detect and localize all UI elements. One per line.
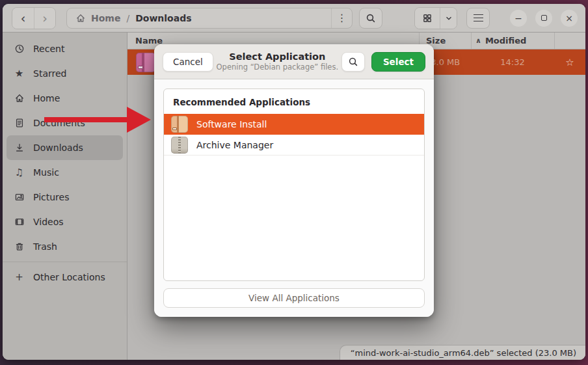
- download-icon: [14, 142, 25, 153]
- document-icon: [14, 118, 25, 128]
- sidebar-item-label: Other Locations: [33, 272, 105, 282]
- search-button[interactable]: [359, 8, 382, 29]
- sidebar-item-trash[interactable]: Trash: [7, 234, 123, 259]
- sidebar-item-pictures[interactable]: Pictures: [7, 185, 123, 210]
- path-menu-button[interactable]: ⋮: [331, 8, 352, 29]
- star-icon: ★: [14, 68, 25, 79]
- search-icon: [366, 13, 376, 23]
- picture-icon: [14, 192, 25, 202]
- status-text: “mind-work-ai-studio_arm64.deb” selected…: [351, 348, 576, 358]
- home-icon: [75, 13, 86, 23]
- sidebar-item-starred[interactable]: ★ Starred: [7, 61, 123, 86]
- sort-ascending-icon: ∧: [475, 36, 481, 45]
- sidebar-item-music[interactable]: ♫ Music: [7, 160, 123, 185]
- maximize-icon: [541, 15, 547, 21]
- sidebar-item-recent[interactable]: Recent: [7, 36, 123, 61]
- dialog-body: Recommended Applications Software Instal…: [154, 79, 434, 317]
- grid-view-icon: [422, 13, 433, 23]
- trash-icon: [14, 241, 25, 252]
- sidebar: Recent ★ Starred Home Documents Download…: [3, 33, 127, 360]
- dialog-header: Cancel Select Application Opening “Debia…: [154, 44, 434, 79]
- sidebar-item-label: Starred: [33, 68, 66, 79]
- home-icon: [14, 93, 25, 103]
- breadcrumb-current[interactable]: Downloads: [135, 13, 191, 23]
- close-button[interactable]: ×: [561, 10, 578, 27]
- back-button[interactable]: ‹: [12, 8, 34, 29]
- dialog-title: Select Application: [213, 51, 341, 62]
- clock-icon: [14, 44, 25, 54]
- column-star: [554, 33, 585, 49]
- sidebar-item-label: Home: [33, 93, 60, 103]
- app-name: Software Install: [196, 119, 267, 129]
- sidebar-item-videos[interactable]: Videos: [7, 210, 123, 234]
- star-outline-icon: ☆: [565, 57, 574, 68]
- sidebar-item-label: Videos: [33, 217, 64, 227]
- star-toggle[interactable]: ☆: [554, 57, 585, 68]
- minimize-button[interactable]: −: [510, 10, 527, 27]
- main-menu-button[interactable]: [466, 8, 490, 29]
- minimize-icon: −: [514, 13, 522, 23]
- forward-icon: ›: [42, 11, 47, 25]
- sidebar-item-downloads[interactable]: Downloads: [7, 135, 123, 160]
- deb-package-icon: [136, 53, 155, 72]
- headerbar: ‹ › Home / Downloads ⋮: [3, 4, 585, 33]
- archive-manager-icon: [171, 137, 188, 154]
- recommended-section-header: Recommended Applications: [164, 89, 424, 114]
- sidebar-item-label: Pictures: [33, 192, 69, 202]
- maximize-button[interactable]: [535, 10, 552, 27]
- breadcrumb-separator: /: [126, 13, 129, 23]
- sidebar-item-other-locations[interactable]: + Other Locations: [7, 265, 123, 290]
- kebab-icon: ⋮: [337, 12, 347, 24]
- dialog-titles: Select Application Opening “Debian packa…: [213, 51, 341, 72]
- status-bar: “mind-work-ai-studio_arm64.deb” selected…: [340, 345, 585, 360]
- forward-button[interactable]: ›: [34, 8, 55, 29]
- breadcrumb-home[interactable]: Home: [91, 13, 120, 23]
- view-toggle-group: [414, 7, 457, 29]
- film-icon: [14, 217, 25, 227]
- grid-view-button[interactable]: [415, 8, 440, 29]
- file-modified-cell: 14:32: [471, 57, 554, 67]
- annotation-arrow: [39, 103, 156, 137]
- sidebar-item-label: Downloads: [33, 142, 83, 153]
- sidebar-item-label: Music: [33, 167, 59, 178]
- view-all-applications-button[interactable]: View All Applications: [163, 288, 425, 308]
- hamburger-icon: [474, 14, 483, 16]
- back-icon: ‹: [21, 11, 26, 25]
- select-application-dialog: Cancel Select Application Opening “Debia…: [154, 44, 434, 317]
- select-button[interactable]: Select: [371, 52, 425, 72]
- app-name: Archive Manager: [196, 140, 273, 150]
- close-icon: ×: [565, 13, 573, 23]
- sidebar-item-label: Trash: [33, 241, 57, 252]
- column-modified[interactable]: ∧ Modified: [471, 33, 554, 49]
- breadcrumb: Home / Downloads ⋮: [66, 8, 353, 29]
- chevron-down-icon: [444, 14, 453, 23]
- software-install-icon: [171, 116, 188, 133]
- application-list: Recommended Applications Software Instal…: [163, 88, 425, 281]
- sidebar-divider: [3, 262, 127, 262]
- dialog-subtitle: Opening “Debian package” files.: [213, 62, 341, 72]
- app-row-software-install[interactable]: Software Install: [164, 114, 424, 135]
- plus-icon: +: [14, 271, 25, 283]
- nav-button-group: ‹ ›: [12, 7, 56, 29]
- cancel-button[interactable]: Cancel: [163, 52, 213, 72]
- dialog-search-button[interactable]: [341, 52, 365, 72]
- app-row-archive-manager[interactable]: Archive Manager: [164, 135, 424, 155]
- search-icon: [348, 57, 358, 67]
- view-options-button[interactable]: [440, 8, 457, 29]
- music-note-icon: ♫: [14, 167, 25, 178]
- sidebar-item-label: Recent: [33, 44, 64, 54]
